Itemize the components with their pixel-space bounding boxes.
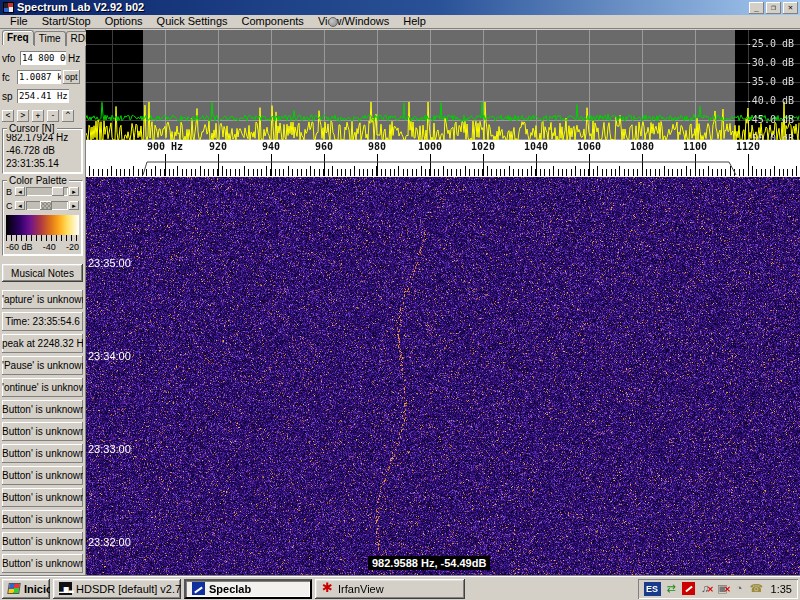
waterfall-display[interactable]: 23:35:0023:34:0023:33:0023:32:00 982.958… [86, 177, 800, 576]
freq-axis-label: 1040 [524, 141, 548, 152]
windows-logo-icon [7, 583, 21, 594]
frequency-ruler[interactable]: 900 Hz9209409609801000102010401060108011… [86, 140, 800, 177]
color-palette-group: Color Palette B ◄ ► C ◄ ► -60 dB -4 [2, 180, 83, 256]
panel-tabs: Freq Time RDF [2, 31, 83, 46]
waterfall-canvas[interactable] [86, 177, 800, 576]
frequency-nav-buttons: <>+-^ [2, 110, 83, 122]
sp-label: sp [2, 91, 15, 102]
sp-input[interactable]: 254.41 Hz [17, 89, 69, 103]
macro-status-button[interactable]: Button' is unknown [2, 532, 83, 551]
macro-status-button[interactable]: Button' is unknown [2, 444, 83, 463]
tray-dialup-icon[interactable]: ☎ [750, 582, 763, 595]
fc-label: fc [2, 72, 15, 83]
minimize-button[interactable]: _ [749, 2, 764, 14]
cursor-level: -46.728 dB [6, 144, 79, 157]
musical-notes-button[interactable]: Musical Notes [2, 264, 83, 282]
freq-axis-label: 1020 [471, 141, 495, 152]
macro-status-button[interactable]: 'Pause' is unknown [2, 356, 83, 375]
taskbar-button-hdsdr-label: HDSDR [default] v2.76 ... [76, 583, 181, 595]
work-area: Freq Time RDF vfo 14 800 000 Hz fc 1.008… [0, 29, 800, 576]
freq-nav-button[interactable]: < [2, 110, 14, 122]
menu-item[interactable]: Help [396, 15, 433, 28]
waterfall-time-label: 23:35:00 [88, 257, 131, 269]
menu-item[interactable]: Quick Settings [150, 15, 235, 28]
macro-status-button[interactable]: Button' is unknown [2, 422, 83, 441]
taskbar-clock[interactable]: 1:35 [767, 583, 792, 595]
tray-scheduler-icon[interactable]: ◔ [733, 582, 746, 595]
spectrum-graph[interactable]: -25.0 dB-30.0 dB-35.0 dB-40.0 dB-45.0 dB… [86, 30, 800, 140]
taskbar-button-hdsdr[interactable]: ▁▅▂ HDSDR [default] v2.76 ... [53, 579, 181, 599]
start-button[interactable]: Inicio [2, 579, 50, 599]
macro-status-button[interactable]: 'apture' is unknown [2, 290, 83, 309]
contrast-slider[interactable] [26, 201, 68, 210]
menu-bar: FileStart/StopOptionsQuick SettingsCompo… [0, 15, 800, 29]
title-bar[interactable]: Spectrum Lab V2.92 b02 _ ❐ ✕ [0, 0, 800, 15]
freq-axis-label: 940 [262, 141, 280, 152]
vfo-input[interactable]: 14 800 000 [20, 51, 66, 65]
menu-item[interactable]: Start/Stop [35, 15, 98, 28]
freq-nav-button[interactable]: ^ [62, 110, 74, 122]
tab-time[interactable]: Time [34, 31, 66, 46]
brightness-slider[interactable] [26, 187, 68, 196]
waterfall-time-label: 23:34:00 [88, 350, 131, 362]
fc-input[interactable]: 1.0087 kHz [17, 70, 61, 84]
restore-button[interactable]: ❐ [766, 2, 781, 14]
palette-scale-mid: -40 [43, 242, 56, 252]
freq-nav-button[interactable]: - [47, 110, 59, 122]
menu-item[interactable]: View/Windows [311, 15, 396, 28]
brightness-slider-row: B ◄ ► [6, 186, 79, 197]
contrast-label: C [6, 201, 14, 211]
tab-freq[interactable]: Freq [2, 30, 34, 45]
brightness-thumb[interactable] [52, 187, 64, 196]
contrast-left-arrow-icon[interactable]: ◄ [15, 201, 25, 210]
menu-item[interactable]: File [3, 15, 35, 28]
fc-options-button[interactable]: opt [63, 70, 80, 84]
macro-status-button[interactable]: Button' is unknown [2, 466, 83, 485]
tray-device-disabled-icon[interactable]: ▣✕ [716, 582, 729, 595]
contrast-slider-row: C ◄ ► [6, 200, 79, 211]
system-tray: ES ⇄ ♫✕ ▣✕ ◔ ☎ 1:35 [638, 579, 798, 599]
contrast-thumb[interactable] [40, 201, 52, 210]
db-axis-label: -30.0 dB [746, 57, 794, 68]
language-indicator[interactable]: ES [644, 582, 661, 596]
tray-speclab-icon[interactable] [682, 582, 695, 595]
taskbar-button-irfanview[interactable]: ✱ IrfanView [315, 579, 465, 599]
window-title: Spectrum Lab V2.92 b02 [17, 0, 144, 15]
macro-status-button[interactable]: 'ontinue' is unknow [2, 378, 83, 397]
spectrum-lab-window: Spectrum Lab V2.92 b02 _ ❐ ✕ FileStart/S… [0, 0, 800, 600]
macro-button-list: 'apture' is unknownTime: 23:35:54.6peak … [2, 287, 83, 573]
macro-status-button[interactable]: Button' is unknown [2, 554, 83, 573]
macro-status-button[interactable]: Button' is unknown [2, 400, 83, 419]
brightness-right-arrow-icon[interactable]: ► [69, 187, 79, 196]
close-button[interactable]: ✕ [783, 2, 798, 14]
vfo-label: vfo [2, 53, 18, 64]
taskbar-button-speclab[interactable]: Speclab [184, 579, 312, 599]
contrast-right-arrow-icon[interactable]: ► [69, 201, 79, 210]
brightness-left-arrow-icon[interactable]: ◄ [15, 187, 25, 196]
spectrum-canvas[interactable] [86, 30, 800, 140]
db-axis-label: -40.0 dB [746, 95, 794, 106]
freq-nav-button[interactable]: + [32, 110, 44, 122]
palette-gradient-bar [6, 215, 79, 235]
macro-status-button[interactable]: Button' is unknown [2, 510, 83, 529]
irfanview-icon: ✱ [321, 582, 334, 595]
freq-nav-button[interactable]: > [17, 110, 29, 122]
macro-status-button[interactable]: peak at 2248.32 Hz [2, 334, 83, 353]
cursor-readout-group: Cursor [N] 982.17924 Hz -46.728 dB 23:31… [2, 128, 83, 174]
macro-status-button[interactable]: Button' is unknown [2, 488, 83, 507]
cursor-readout-tooltip: 982.9588 Hz, -54.49dB [368, 556, 490, 570]
start-button-label: Inicio [24, 583, 50, 595]
db-axis-label: -25.0 dB [746, 38, 794, 49]
tray-volume-muted-icon[interactable]: ♫✕ [699, 582, 712, 595]
freq-axis-label: 920 [209, 141, 227, 152]
menu-item[interactable]: Options [98, 15, 150, 28]
macro-status-button[interactable]: Time: 23:35:54.6 [2, 312, 83, 331]
freq-axis-label: 1000 [418, 141, 442, 152]
taskbar-button-irfanview-label: IrfanView [338, 583, 384, 595]
brightness-label: B [6, 187, 14, 197]
freq-axis-label: 900 Hz [147, 141, 183, 152]
menu-item[interactable]: Components [235, 15, 311, 28]
waterfall-time-label: 23:32:00 [88, 536, 131, 548]
tray-audio-io-icon[interactable]: ⇄ [665, 582, 678, 595]
freq-axis-label: 1120 [736, 141, 760, 152]
